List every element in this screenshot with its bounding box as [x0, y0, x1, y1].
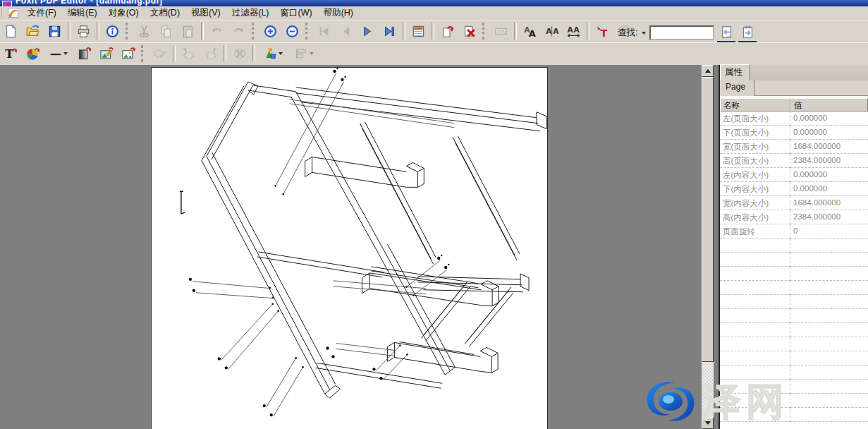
property-value[interactable]: 0.000000 — [790, 111, 868, 126]
vertical-scrollbar[interactable] — [702, 65, 714, 429]
property-name: 高(页面大小) — [720, 154, 790, 168]
property-value[interactable]: 0.000000 — [790, 182, 868, 196]
delete-object-button[interactable] — [229, 44, 250, 64]
property-value[interactable]: 0.000000 — [790, 126, 868, 140]
undo-button[interactable] — [207, 21, 227, 41]
find-group: 查找: — [618, 23, 757, 43]
delete-page-button[interactable] — [459, 21, 479, 41]
last-page-button[interactable] — [379, 21, 400, 41]
menu-window[interactable]: 窗口(W) — [275, 6, 318, 20]
open-file-icon — [26, 25, 39, 38]
text-caret — [180, 191, 185, 214]
page-thumbnails-button[interactable] — [408, 21, 429, 41]
find-next-result-button[interactable] — [738, 23, 757, 43]
line-width-button[interactable] — [44, 44, 73, 64]
property-value[interactable]: 2384.000000 — [790, 210, 868, 224]
toolbar-separator — [514, 23, 517, 40]
pdf-page[interactable] — [151, 67, 548, 429]
arrow-down-icon — [705, 421, 711, 425]
paste-button[interactable] — [178, 21, 198, 41]
menu-view[interactable]: 视图(V) — [185, 6, 226, 20]
menu-object[interactable]: 对象(O) — [103, 6, 145, 20]
scroll-up-button[interactable] — [702, 65, 714, 77]
table-row-empty — [720, 309, 868, 323]
table-row: 高(页面大小) 2384.000000 — [720, 154, 868, 168]
zoom-in-button[interactable] — [260, 21, 281, 41]
toolbar-grip[interactable] — [141, 45, 147, 62]
save-button[interactable] — [44, 21, 65, 41]
toolbar-grip[interactable] — [126, 23, 131, 40]
info-button[interactable] — [102, 21, 123, 41]
pattern-fill-button[interactable] — [491, 21, 511, 41]
panel-title-tab[interactable]: 属性 — [720, 64, 750, 80]
find-history-dropdown[interactable] — [639, 28, 647, 39]
panel-title-row: 属性 — [720, 65, 868, 80]
print-icon — [77, 25, 90, 38]
next-page-icon — [361, 25, 374, 38]
align-objects-button[interactable] — [289, 44, 319, 64]
menu-edit[interactable]: 编辑(E) — [62, 6, 103, 20]
cut-button[interactable] — [134, 21, 154, 41]
property-name: 下(内容大小) — [720, 182, 790, 196]
scrollbar-thumb[interactable] — [702, 77, 714, 362]
add-text-object-icon: T — [4, 47, 18, 61]
redo-button[interactable] — [228, 21, 249, 41]
table-row: 左(内容大小) 0.000000 — [720, 168, 868, 182]
new-document-button[interactable] — [1, 21, 21, 41]
property-name: 左(页面大小) — [720, 111, 790, 126]
menu-file[interactable]: 文件(F) — [22, 6, 62, 20]
send-backward-button[interactable] — [178, 44, 199, 64]
bring-forward-button[interactable] — [200, 44, 221, 64]
add-text-object-button[interactable]: T — [1, 44, 21, 64]
find-previous-result-button[interactable] — [717, 23, 735, 43]
previous-page-button[interactable] — [336, 21, 356, 41]
toolbar-grip[interactable] — [305, 23, 311, 40]
property-name: 下(页面大小) — [720, 126, 790, 140]
column-header-name: 名称 — [720, 98, 790, 111]
first-page-button[interactable] — [314, 21, 334, 41]
tab-page[interactable]: Page — [720, 80, 754, 96]
zoom-out-icon — [286, 25, 299, 38]
toolbar-separator — [252, 45, 255, 62]
zoom-out-button[interactable] — [282, 21, 302, 41]
send-backward-icon — [182, 47, 196, 61]
next-page-button[interactable] — [357, 21, 378, 41]
toolbar-grip[interactable] — [482, 23, 488, 40]
property-value[interactable]: 2384.000000 — [790, 154, 868, 168]
condense-text-button[interactable]: A A — [542, 21, 562, 41]
print-button[interactable] — [73, 21, 94, 41]
property-value[interactable]: 0.000000 — [790, 168, 868, 182]
property-value[interactable]: 1684.000000 — [790, 140, 868, 154]
replace-font-icon: A A — [523, 25, 537, 38]
properties-table-header: 名称 值 — [720, 98, 868, 111]
menubar-grip[interactable] — [1, 8, 5, 18]
menu-document[interactable]: 文档(D) — [145, 6, 185, 20]
property-name: 宽(内容大小) — [720, 196, 790, 210]
edit-image-button[interactable] — [96, 44, 116, 64]
fill-shade-button[interactable] — [74, 44, 94, 64]
condense-text-icon: A A — [545, 25, 558, 38]
rotate-page-button[interactable] — [437, 21, 458, 41]
add-text-button[interactable]: T — [592, 21, 613, 41]
menu-filter[interactable]: 过滤器(L) — [226, 6, 275, 20]
first-page-icon — [317, 25, 331, 38]
insert-shape-button[interactable] — [258, 44, 288, 64]
edit-color-button[interactable] — [23, 44, 43, 64]
clone-object-button[interactable] — [149, 44, 170, 64]
menu-help[interactable]: 帮助(H) — [318, 6, 359, 20]
copy-button[interactable] — [156, 21, 176, 41]
zoom-in-icon — [264, 25, 277, 38]
toolbar-grip[interactable] — [252, 23, 257, 40]
property-value[interactable]: 1684.000000 — [790, 196, 868, 210]
scroll-down-button[interactable] — [702, 417, 714, 429]
replace-image-button[interactable] — [118, 44, 138, 64]
align-objects-icon — [294, 47, 308, 61]
open-file-button[interactable] — [23, 21, 43, 41]
replace-font-button[interactable]: A A — [520, 21, 540, 41]
document-canvas: 属性 Page 名称 值 左(页面大小) 0.000000 下(页面大小) 0.… — [0, 65, 868, 429]
expand-text-button[interactable]: A A — [563, 21, 584, 41]
property-value[interactable]: 0 — [790, 224, 868, 238]
paste-icon — [181, 25, 195, 38]
toolbar-separator — [587, 23, 589, 40]
find-input[interactable] — [649, 25, 714, 40]
